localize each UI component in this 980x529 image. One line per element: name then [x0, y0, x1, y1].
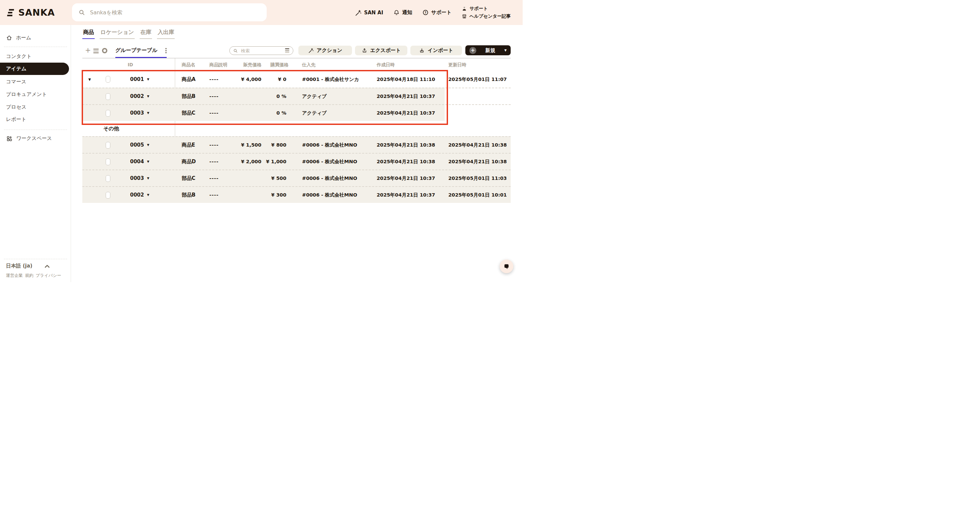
row-buy-price: ¥ 1,000: [262, 154, 286, 170]
row-checkbox[interactable]: [106, 110, 110, 117]
sidebar-item-label: レポート: [6, 116, 26, 122]
row-created: 2025年04月21日 10:37: [377, 105, 435, 121]
row-checkbox[interactable]: [106, 175, 110, 182]
row-checkbox[interactable]: [106, 93, 110, 100]
tab-inventory[interactable]: 在庫: [140, 29, 152, 39]
header-supplier[interactable]: 仕入先: [302, 58, 316, 71]
header-updated[interactable]: 更新日時: [448, 58, 466, 71]
row-updated: 2025年05月01日 11:03: [448, 170, 507, 186]
header-created[interactable]: 作成日時: [377, 58, 395, 71]
row-checkbox[interactable]: [106, 192, 110, 199]
table-search[interactable]: [229, 46, 293, 55]
table-row[interactable]: 0003 ▼ 部品C ---- ¥ 500 #0006 - 株式会社MNO 20…: [82, 170, 511, 186]
svg-text:?: ?: [425, 11, 426, 14]
global-search-input[interactable]: [89, 9, 260, 16]
filter-icon[interactable]: [285, 48, 290, 53]
id-dropdown-caret-icon[interactable]: ▼: [147, 71, 150, 87]
row-checkbox[interactable]: [106, 76, 110, 83]
row-updated: 2025年04月21日 10:38: [448, 154, 507, 170]
sidebar-item-contacts[interactable]: コンタクト: [0, 50, 69, 63]
export-label: エクスポート: [370, 47, 401, 54]
tab-locations[interactable]: ロケーション: [100, 29, 135, 39]
footer-link-company[interactable]: 運営企業: [6, 273, 23, 278]
san-ai-label: SAN AI: [364, 10, 383, 16]
new-button[interactable]: + 新規 ▼: [465, 45, 511, 55]
footer-link-terms[interactable]: 規約: [25, 273, 33, 278]
sidebar-item-home[interactable]: ホーム: [0, 32, 69, 44]
san-ai-button[interactable]: SAN AI: [355, 10, 383, 16]
row-checkbox[interactable]: [106, 159, 110, 165]
main-content: 商品 ロケーション 在庫 入出庫 + グループテーブル アクション: [71, 25, 523, 282]
header-buy-price[interactable]: 購買価格: [262, 58, 288, 71]
list-view-icon[interactable]: [93, 49, 99, 53]
row-desc: ----: [209, 71, 219, 87]
row-updated: 2025年05月01日 11:07: [448, 71, 507, 87]
help-center-link[interactable]: ヘルプセンター記事: [462, 13, 511, 19]
row-checkbox[interactable]: [106, 142, 110, 149]
id-dropdown-caret-icon[interactable]: ▼: [147, 154, 150, 170]
sidebar-item-reports[interactable]: レポート: [0, 113, 69, 125]
table-row[interactable]: 0002 ▼ 部品B ---- 0 % アクティブ 2025年04月21日 10…: [82, 87, 511, 104]
row-desc: ----: [209, 105, 219, 121]
active-view-tab[interactable]: グループテーブル: [115, 47, 158, 54]
header-sale-price[interactable]: 販売価格: [228, 58, 261, 71]
footer-link-privacy[interactable]: プライバシー: [36, 273, 61, 278]
row-created: 2025年04月21日 10:37: [377, 170, 435, 186]
tab-products[interactable]: 商品: [82, 29, 95, 39]
chat-button[interactable]: [500, 259, 513, 273]
row-supplier: #0006 - 株式会社MNO: [302, 154, 357, 170]
help-support-link[interactable]: サポート: [462, 6, 511, 12]
global-search[interactable]: [72, 3, 267, 21]
help-support-label: サポート: [470, 6, 488, 12]
new-dropdown-caret-icon[interactable]: ▼: [504, 49, 507, 52]
sidebar-item-procurement[interactable]: プロキュアメント: [0, 88, 69, 101]
header-id[interactable]: ID: [116, 58, 145, 71]
row-id: 0002: [115, 88, 144, 104]
sidebar-item-process[interactable]: プロセス: [0, 101, 69, 113]
row-sale-price: [228, 105, 261, 121]
row-name: 商品A: [182, 71, 196, 87]
sidebar-item-label: プロキュアメント: [6, 91, 47, 98]
magic-wand-icon: [308, 48, 313, 53]
sidebar-item-commerce[interactable]: コマース: [0, 76, 69, 88]
language-selector[interactable]: 日本語 (ja): [6, 263, 50, 269]
row-name: 部品B: [182, 187, 195, 203]
table-row[interactable]: ▼ 0001 ▼ 商品A ---- ¥ 4,000 ¥ 0 #0001 - 株式…: [82, 71, 511, 87]
row-id: 0003: [115, 105, 144, 121]
id-dropdown-caret-icon[interactable]: ▼: [147, 88, 150, 104]
row-supplier: アクティブ: [302, 105, 327, 121]
export-button[interactable]: エクスポート: [355, 46, 407, 55]
import-button[interactable]: インポート: [410, 46, 462, 55]
person-icon: [462, 6, 467, 11]
table-row[interactable]: 0002 ▼ 部品B ---- ¥ 300 #0006 - 株式会社MNO 20…: [82, 186, 511, 203]
tab-inout[interactable]: 入出庫: [157, 29, 175, 39]
row-expand-caret-icon[interactable]: ▼: [88, 71, 91, 87]
table-row[interactable]: 0004 ▼ 商品D ---- ¥ 2,000 ¥ 1,000 #0006 - …: [82, 153, 511, 170]
header-desc[interactable]: 商品説明: [209, 58, 228, 71]
circle-view-icon[interactable]: [102, 48, 107, 53]
table-search-input[interactable]: [240, 48, 282, 54]
support-button[interactable]: ? サポート: [422, 10, 452, 16]
table-row[interactable]: 0003 ▼ 部品C ---- 0 % アクティブ 2025年04月21日 10…: [82, 104, 511, 121]
row-buy-price: 0 %: [262, 88, 286, 104]
row-buy-price: 0 %: [262, 105, 286, 121]
grid-plus-icon: [6, 135, 13, 142]
header-name[interactable]: 商品名: [182, 58, 195, 71]
sidebar-item-items-active[interactable]: アイテム: [0, 63, 69, 75]
chat-bubble-icon: [503, 263, 510, 270]
notifications-button[interactable]: 通知: [393, 10, 412, 16]
table-row[interactable]: 0005 ▼ 商品E ---- ¥ 1,500 ¥ 800 #0006 - 株式…: [82, 136, 511, 153]
view-options-kebab-icon[interactable]: [165, 47, 167, 54]
id-dropdown-caret-icon[interactable]: ▼: [147, 105, 150, 121]
home-icon: [6, 35, 12, 41]
id-dropdown-caret-icon[interactable]: ▼: [147, 170, 150, 186]
sidebar-item-label: アイテム: [6, 66, 26, 72]
actions-button[interactable]: アクション: [298, 46, 352, 55]
sidebar-item-workspace[interactable]: ワークスペース: [0, 132, 69, 145]
row-supplier: #0001 - 株式会社サンカ: [302, 71, 359, 87]
topbar: SANKA SAN AI 通知: [0, 0, 523, 25]
id-dropdown-caret-icon[interactable]: ▼: [147, 137, 150, 153]
add-view-button[interactable]: +: [85, 46, 91, 54]
id-dropdown-caret-icon[interactable]: ▼: [147, 187, 150, 203]
sanka-logo[interactable]: SANKA: [5, 0, 55, 25]
